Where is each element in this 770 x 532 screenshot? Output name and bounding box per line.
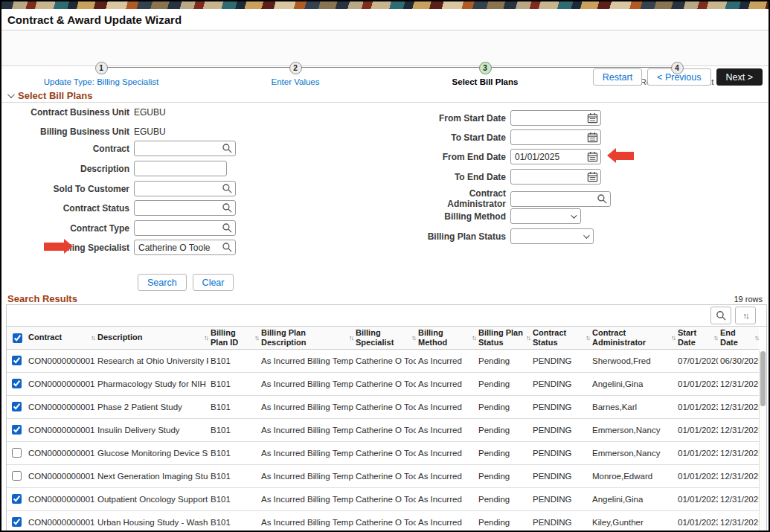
- sort-icon[interactable]: ↑↓: [471, 334, 475, 342]
- row-select-checkbox[interactable]: [12, 356, 22, 365]
- column-header-billing_plan_status[interactable]: Billing Plan Status↑↓: [476, 327, 530, 349]
- lookup-icon[interactable]: [597, 193, 608, 205]
- contract-administrator-input[interactable]: [510, 191, 611, 207]
- cell-contract: CON000000000178: [26, 395, 95, 418]
- clear-button[interactable]: Clear: [193, 274, 234, 291]
- sort-icon[interactable]: ↑↓: [254, 334, 258, 342]
- step-connector-line: [101, 67, 677, 68]
- step-1-circle[interactable]: 1: [95, 62, 108, 74]
- sold-to-customer-label: Sold To Customer: [1, 184, 134, 194]
- cell-description: Pharmacology Study for NIH: [95, 372, 208, 395]
- cell-billing_specialist: Catherine O Toole: [353, 349, 416, 372]
- sort-icon[interactable]: ↑↓: [90, 334, 94, 342]
- results-table: Contract↑↓Description↑↓Billing Plan ID↑↓…: [7, 327, 759, 532]
- calendar-icon[interactable]: [587, 151, 598, 162]
- cell-billing_plan_id: B101: [208, 372, 259, 395]
- cell-billing_plan_id: B101: [208, 395, 259, 418]
- cell-description: Next Generation Imaging Study: [95, 464, 208, 487]
- contract-status-label: Contract Status: [1, 203, 134, 214]
- step-2-label[interactable]: Enter Values: [214, 77, 377, 86]
- cell-billing_method: As Incurred: [416, 441, 476, 464]
- table-header-row: Contract↑↓Description↑↓Billing Plan ID↑↓…: [7, 327, 759, 349]
- billing-business-unit-row: Billing Business Unit EGUBU: [1, 126, 166, 137]
- lookup-icon[interactable]: [222, 143, 233, 154]
- next-button[interactable]: Next >: [716, 68, 763, 86]
- vertical-scrollbar[interactable]: [759, 350, 766, 531]
- cell-contract_status: PENDING: [530, 487, 590, 510]
- table-row: CON000000000154Research at Ohio Universi…: [7, 349, 759, 372]
- column-header-contract_status[interactable]: Contract Status↑↓: [530, 327, 590, 349]
- cell-billing_plan_description: As Incurred Billing Template: [259, 395, 353, 418]
- lookup-icon[interactable]: [222, 222, 233, 234]
- grid-search-button[interactable]: [710, 307, 731, 324]
- contract-type-input[interactable]: [134, 220, 236, 236]
- column-header-end_date[interactable]: End Date↑↓: [718, 327, 759, 349]
- sort-icon[interactable]: ↑↓: [670, 334, 675, 342]
- row-select-checkbox[interactable]: [12, 494, 22, 504]
- row-count-badge: 19 rows: [734, 295, 763, 304]
- description-input[interactable]: [134, 161, 227, 176]
- calendar-icon[interactable]: [587, 112, 598, 124]
- cell-billing_plan_id: B101: [208, 349, 259, 372]
- grid-sort-button[interactable]: ↑↓: [735, 307, 756, 324]
- sort-icon[interactable]: ↑↓: [411, 334, 415, 342]
- cell-end_date: 12/31/2025: [718, 487, 759, 510]
- cell-end_date: 12/31/2025: [718, 372, 759, 395]
- restart-button[interactable]: Restart: [593, 68, 642, 86]
- row-select-checkbox[interactable]: [12, 425, 22, 435]
- contract-status-input[interactable]: [134, 200, 236, 216]
- column-header-billing_plan_id[interactable]: Billing Plan ID↑↓: [208, 327, 259, 349]
- sort-icon[interactable]: ↑↓: [348, 334, 353, 342]
- select-all-checkbox[interactable]: [13, 333, 22, 343]
- column-header-contract[interactable]: Contract↑↓: [26, 327, 95, 349]
- step-1-update-type[interactable]: 1 Update Type: Billing Specialist: [19, 60, 183, 86]
- calendar-icon[interactable]: [587, 132, 598, 143]
- billing-method-select[interactable]: [510, 208, 581, 224]
- contract-business-unit-label: Contract Business Unit: [1, 107, 134, 118]
- cell-billing_method: As Incurred: [416, 487, 476, 510]
- column-header-billing_specialist[interactable]: Billing Specialist↑↓: [353, 327, 416, 349]
- sold-to-customer-input[interactable]: [134, 181, 236, 196]
- step-2-circle[interactable]: 2: [289, 62, 302, 74]
- cell-end_date: 12/31/2025: [718, 464, 759, 487]
- cell-billing_plan_id: B101: [208, 464, 259, 487]
- cell-start_date: 01/01/2023: [676, 395, 718, 418]
- step-3-circle: 3: [479, 62, 492, 74]
- column-label: Billing Specialist: [356, 328, 411, 347]
- row-select-checkbox[interactable]: [12, 517, 22, 527]
- collapse-chevron-icon[interactable]: [7, 91, 15, 98]
- column-header-billing_method[interactable]: Billing Method↑↓: [416, 327, 476, 349]
- calendar-icon[interactable]: [587, 171, 598, 182]
- column-header-description[interactable]: Description↑↓: [95, 327, 208, 349]
- contract-status-row: Contract Status: [1, 200, 236, 216]
- sort-icon[interactable]: ↑↓: [713, 334, 717, 342]
- sort-icon[interactable]: ↑↓: [525, 334, 530, 342]
- table-row: CON000000000179Insulin Delivery StudyB10…: [7, 418, 759, 441]
- sort-icon[interactable]: ↑↓: [754, 334, 758, 342]
- cell-contract_status: PENDING: [530, 372, 590, 395]
- column-header-start_date[interactable]: Start Date↑↓: [676, 327, 718, 349]
- select-bill-plans-section-header[interactable]: Select Bill Plans: [1, 89, 769, 103]
- billing-plan-status-select[interactable]: [510, 228, 594, 244]
- contract-input[interactable]: [134, 141, 236, 156]
- sort-icon[interactable]: ↑↓: [585, 334, 589, 342]
- step-1-label[interactable]: Update Type: Billing Specialist: [19, 77, 183, 86]
- lookup-icon[interactable]: [222, 183, 233, 194]
- cell-billing_plan_description: As Incurred Billing Template: [259, 441, 353, 464]
- scrollbar-thumb[interactable]: [760, 351, 766, 406]
- search-button[interactable]: Search: [138, 274, 187, 291]
- sort-icon[interactable]: ↑↓: [203, 334, 208, 342]
- to-start-date-row: To Start Date: [418, 129, 601, 145]
- cell-description: Outpatient Oncology Support Se: [95, 487, 208, 510]
- search-results-grid: ↑↓ Contract↑↓Description↑↓Billing Plan I…: [6, 304, 767, 532]
- billing-specialist-input[interactable]: [134, 240, 236, 255]
- row-select-checkbox[interactable]: [12, 471, 22, 481]
- row-select-checkbox[interactable]: [12, 379, 22, 388]
- row-select-checkbox[interactable]: [12, 448, 22, 458]
- row-select-checkbox[interactable]: [12, 402, 22, 411]
- column-header-billing_plan_description[interactable]: Billing Plan Description↑↓: [259, 327, 353, 349]
- column-header-contract_administrator[interactable]: Contract Administrator↑↓: [590, 327, 676, 349]
- lookup-icon[interactable]: [222, 202, 233, 214]
- lookup-icon[interactable]: [222, 242, 233, 253]
- step-2-enter-values[interactable]: 2 Enter Values: [214, 60, 377, 86]
